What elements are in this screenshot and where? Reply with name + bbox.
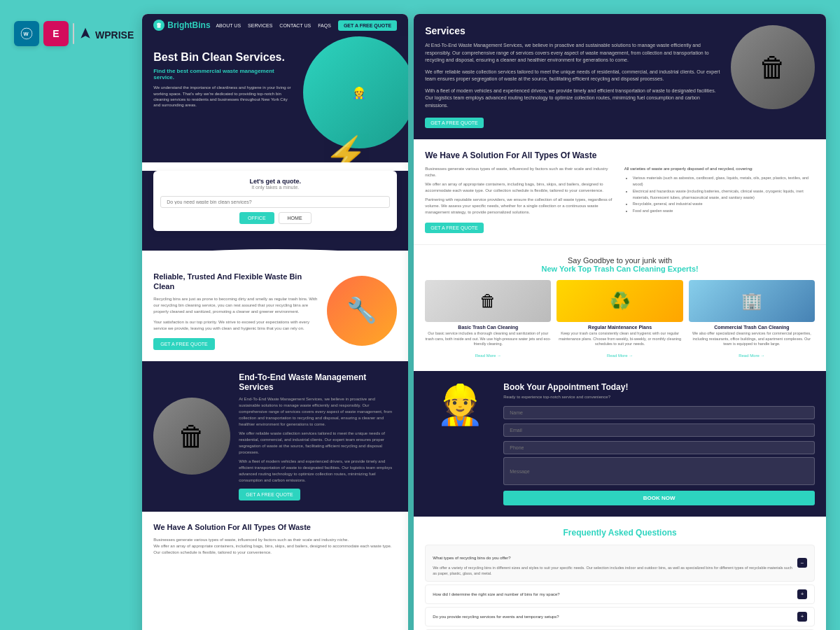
solution-section: We Have A Solution For All Types Of Wast… [142, 512, 408, 567]
read-more-3[interactable]: Read More → [738, 354, 764, 358]
card-desc-3: We also offer specialized cleaning servi… [689, 331, 815, 347]
service-card-1: 🗑 Basic Trash Can Cleaning Our basic ser… [425, 280, 551, 360]
faq-item-1[interactable]: What types of recycling bins do you offe… [425, 545, 815, 582]
solution-r-para3: Partnering with reputable service provid… [425, 197, 615, 216]
reliable-para2: Your satisfaction is our top priority. W… [153, 319, 318, 332]
read-more-1[interactable]: Read More → [475, 354, 501, 358]
service-card-3: 🏢 Commercial Trash Can Cleaning We also … [689, 280, 815, 360]
goodbye-title: Say Goodbye to your junk with [425, 256, 815, 265]
faq-toggle-3[interactable]: + [797, 612, 807, 622]
quote-subtitle: It only takes a minute. [160, 185, 390, 190]
services-cta[interactable]: GET A FREE QUOTE [425, 118, 484, 128]
wprise-logo: WPRISE [78, 27, 134, 41]
left-website-preview: 🗑 BrightBins ABOUT US SERVICES CONTACT U… [142, 14, 408, 630]
goodbye-highlight: New York Top Trash Can Cleaning Experts! [425, 265, 815, 273]
faq-item-2[interactable]: How did I determine the right size and n… [425, 584, 815, 604]
solution-r-para1: Businesses generate various types of was… [425, 166, 615, 178]
worker-image: 👷 [425, 382, 495, 428]
card-title-3: Commercial Trash Can Cleaning [689, 325, 815, 330]
end-to-end-para1: At End-To-End Waste Management Services,… [239, 396, 397, 428]
end-to-end-para2: We offer reliable waste collection servi… [239, 430, 397, 456]
reliable-para1: Recycling bins are just as prone to beco… [153, 296, 318, 315]
end-to-end-para3: With a fleet of modern vehicles and expe… [239, 458, 397, 484]
tools-sidebar: W E WPRISE [14, 14, 134, 53]
faq-title: Frequently Asked Questions [425, 528, 815, 538]
solution-right-cta[interactable]: GET A FREE QUOTE [425, 223, 484, 233]
card-desc-1: Our basic service includes a thorough cl… [425, 331, 551, 347]
bullet-item: Electrical and hazardous waste (includin… [633, 188, 815, 202]
solution-right-section: We Have A Solution For All Types Of Wast… [414, 139, 826, 244]
wordpress-icon[interactable]: W [14, 21, 39, 46]
home-button[interactable]: HOME [279, 212, 312, 224]
faq-question-1: What types of recycling bins do you offe… [433, 556, 510, 560]
svg-marker-2 [80, 28, 90, 38]
hero-image: 👷 [303, 36, 408, 148]
booking-subtitle: Ready to experience top-notch service an… [503, 395, 815, 399]
card-img-2: ♻️ [556, 280, 682, 322]
card-title-1: Basic Trash Can Cleaning [425, 325, 551, 330]
end-to-end-section: 🗑 End-To-End Waste Management Services A… [142, 361, 408, 512]
solution-para2: We offer an array of appropriate contain… [153, 543, 397, 556]
booking-section: 👷 Book Your Appointment Today! Ready to … [414, 371, 826, 517]
service-card-2: ♻️ Regular Maintenance Plans Keep your t… [556, 280, 682, 360]
quote-title: Let's get a quote. [160, 178, 390, 185]
solution-right-bullets: All varieties of waste are properly disp… [624, 166, 815, 233]
hero-title: Best Bin Clean Services. [153, 50, 293, 64]
bullet-item: Food and garden waste [633, 208, 815, 214]
faq-question-2: How did I determine the right size and n… [433, 592, 559, 596]
nav-links: ABOUT US SERVICES CONTACT US FAQS GET A … [216, 20, 397, 31]
hero-section: 👷 Best Bin Clean Services. Find the best… [142, 36, 408, 162]
logo-icon: 🗑 [153, 20, 164, 31]
card-desc-2: Keep your trash cans consistently clean … [556, 331, 682, 347]
booking-title: Book Your Appointment Today! [503, 382, 815, 392]
right-website-preview: 🗑 Services At End-To-End Waste Managemen… [414, 14, 826, 630]
booking-phone-input[interactable] [503, 441, 815, 454]
booking-name-input[interactable] [503, 406, 815, 419]
end-to-end-text: End-To-End Waste Management Services At … [239, 372, 397, 500]
navigation: 🗑 BrightBins ABOUT US SERVICES CONTACT U… [142, 14, 408, 36]
faq-question-3: Do you provide recycling services for ev… [433, 615, 559, 619]
solution-r-para2: We offer an array of appropriate contain… [425, 181, 615, 194]
quote-box: Let's get a quote. It only takes a minut… [153, 171, 397, 231]
end-to-end-cta[interactable]: GET A FREE QUOTE [239, 489, 300, 500]
service-cards: 🗑 Basic Trash Can Cleaning Our basic ser… [425, 280, 815, 360]
reliable-cta[interactable]: GET A FREE QUOTE [153, 338, 215, 350]
elementor-icon[interactable]: E [43, 21, 69, 46]
booking-message-input[interactable] [503, 457, 815, 485]
solution-two-col: Businesses generate various types of was… [425, 166, 815, 233]
end-to-end-image: 🗑 [153, 398, 230, 475]
hero-subtitle: Find the best commercial waste managemen… [153, 68, 293, 80]
solution-bullet-list: Various materials (such as asbestos, car… [624, 175, 815, 214]
card-title-2: Regular Maintenance Plans [556, 325, 682, 330]
booking-email-input[interactable] [503, 424, 815, 437]
services-image: 🗑 [731, 25, 815, 109]
booking-submit-button[interactable]: BOOK NOW [503, 491, 815, 505]
reliable-section: Reliable, Trusted And Flexible Waste Bin… [142, 260, 408, 361]
quote-buttons: OFFICE HOME [160, 212, 390, 224]
faq-toggle-1[interactable]: − [797, 558, 807, 568]
logo: 🗑 BrightBins [153, 20, 210, 31]
faq-answer-1: We offer a variety of recycling bins in … [433, 565, 797, 577]
quote-input[interactable] [160, 196, 390, 208]
bullet-item: Recyclable, general, and industrial wast… [633, 201, 815, 207]
card-img-3: 🏢 [689, 280, 815, 322]
faq-section: Frequently Asked Questions What types of… [414, 517, 826, 630]
solution-para1: Businesses generate various types of was… [153, 537, 397, 543]
services-section: 🗑 Services At End-To-End Waste Managemen… [414, 14, 826, 139]
goodbye-section: Say Goodbye to your junk with New York T… [414, 244, 826, 371]
end-to-end-title: End-To-End Waste Management Services [239, 372, 397, 392]
hero-description: We understand the importance of cleanlin… [153, 85, 293, 108]
faq-toggle-2[interactable]: + [797, 589, 807, 599]
office-button[interactable]: OFFICE [239, 212, 274, 224]
reliable-title: Reliable, Trusted And Flexible Waste Bin… [153, 272, 318, 292]
read-more-2[interactable]: Read More → [607, 354, 633, 358]
reliable-image: 🔧 [327, 276, 397, 346]
reliable-text: Reliable, Trusted And Flexible Waste Bin… [153, 272, 318, 350]
solution-right-title: We Have A Solution For All Types Of Wast… [425, 150, 815, 160]
booking-form: Book Your Appointment Today! Ready to ex… [503, 382, 815, 505]
nav-cta-button[interactable]: GET A FREE QUOTE [338, 20, 397, 31]
card-img-1: 🗑 [425, 280, 551, 322]
faq-item-3[interactable]: Do you provide recycling services for ev… [425, 607, 815, 626]
bullet-item: Various materials (such as asbestos, car… [633, 175, 815, 188]
solution-title: We Have A Solution For All Types Of Wast… [153, 523, 397, 531]
